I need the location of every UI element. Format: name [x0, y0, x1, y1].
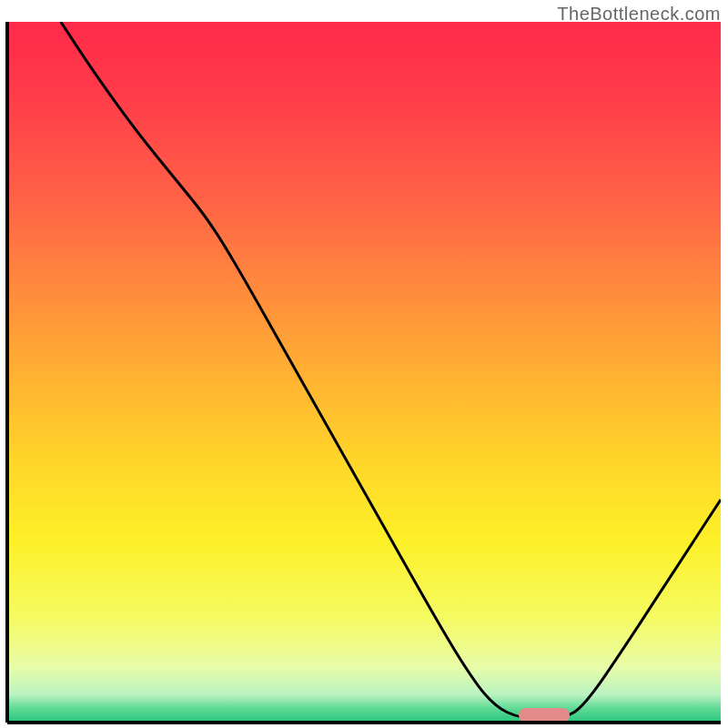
bottleneck-chart — [7, 22, 721, 723]
x-axis — [7, 721, 721, 724]
watermark-text: TheBottleneck.com — [557, 4, 721, 25]
y-axis — [5, 22, 9, 723]
gradient-background — [7, 22, 721, 723]
